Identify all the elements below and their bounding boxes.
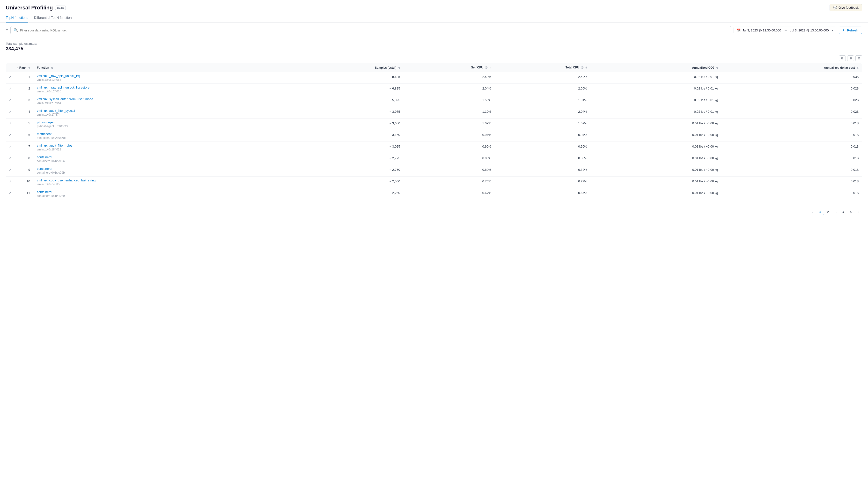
co2-cell: 0.02 lbs / 0.01 kg xyxy=(590,84,721,95)
function-name[interactable]: vmlinux: copy_user_enhanced_fast_string xyxy=(37,178,292,182)
action-cell: ↗ xyxy=(6,165,14,177)
row-action-icon[interactable]: ↗ xyxy=(8,110,11,114)
function-cell: vmlinux: syscall_enter_from_user_mode vm… xyxy=(34,95,296,107)
rank-cell: 6 xyxy=(14,130,34,142)
function-name[interactable]: containerd xyxy=(37,155,292,159)
col-function[interactable]: Function ⇅ xyxy=(34,64,296,72)
cost-cell: 0.02$ xyxy=(721,95,862,107)
page-5-button[interactable]: 5 xyxy=(848,208,854,215)
date-range-picker[interactable]: 📅 Jul 3, 2023 @ 12:30:00.000 → Jul 3, 20… xyxy=(734,27,837,34)
col-rank[interactable]: ↑ Rank ⇅ xyxy=(14,64,34,72)
refresh-button[interactable]: ↻ Refresh xyxy=(839,27,862,34)
rank-cell: 11 xyxy=(14,188,34,200)
page-2-button[interactable]: 2 xyxy=(824,208,831,215)
table-header: ↑ Rank ⇅ Function ⇅ Samples (estd.) ⇅ Se… xyxy=(6,64,862,72)
samples-cell: ~ 2,550 xyxy=(296,177,404,188)
filter-toggle-icon[interactable]: ≡ xyxy=(6,28,8,32)
col-total-cpu[interactable]: Total CPU ⓘ ⇅ xyxy=(495,64,591,72)
function-cell: pf-host-agent pf-host-agent+0x403c2e xyxy=(34,119,296,130)
co2-cell: 0.02 lbs / 0.01 kg xyxy=(590,95,721,107)
feedback-button[interactable]: 💬 Give feedback xyxy=(829,4,862,11)
app-title: Universal Profiling xyxy=(6,5,53,11)
col-self-cpu[interactable]: Self CPU ⓘ ⇅ xyxy=(404,64,495,72)
col-samples[interactable]: Samples (estd.) ⇅ xyxy=(296,64,404,72)
row-action-icon[interactable]: ↗ xyxy=(8,168,11,172)
pagination: ‹ 1 2 3 4 5 › xyxy=(0,205,868,218)
function-address: vmlinux+0x64885d xyxy=(37,182,292,186)
function-name[interactable]: vmlinux: audit_filter_rules xyxy=(37,144,292,147)
function-cell: containerd containerd+0xbbc10a xyxy=(34,153,296,165)
self-cpu-cell: 0.83% xyxy=(404,153,495,165)
cost-sort-icon: ⇅ xyxy=(857,67,859,69)
col-cost[interactable]: Annualized dollar cost ⇅ xyxy=(721,64,862,72)
total-cpu-cell: 0.94% xyxy=(495,130,591,142)
function-address: vmlinux+0x184028 xyxy=(37,148,292,151)
samples-sort-icon: ⇅ xyxy=(398,67,400,69)
row-action-icon[interactable]: ↗ xyxy=(8,156,11,160)
col-co2[interactable]: Annualized CO2 ⇅ xyxy=(590,64,721,72)
samples-cell: ~ 3,975 xyxy=(296,107,404,119)
function-name[interactable]: containerd xyxy=(37,167,292,171)
view-option-2[interactable]: ⊞ xyxy=(847,55,854,61)
samples-cell: ~ 3,025 xyxy=(296,142,404,153)
function-name[interactable]: metricbeat xyxy=(37,132,292,136)
function-cell: containerd containerd+0xb512c9 xyxy=(34,188,296,200)
function-address: pf-host-agent+0x403c2e xyxy=(37,125,292,128)
function-address: vmlinux+0xb24064 xyxy=(37,78,292,81)
samples-cell: ~ 2,750 xyxy=(296,165,404,177)
action-cell: ↗ xyxy=(6,177,14,188)
view-option-3[interactable]: ⊠ xyxy=(856,55,862,61)
table-body: ↗ 1 vmlinux: _raw_spin_unlock_irq vmlinu… xyxy=(6,72,862,200)
co2-sort-icon: ⇅ xyxy=(716,67,718,69)
function-address: metricbeat+0x2b0a68e xyxy=(37,136,292,140)
table-row: ↗ 10 vmlinux: copy_user_enhanced_fast_st… xyxy=(6,177,862,188)
table-row: ↗ 3 vmlinux: syscall_enter_from_user_mod… xyxy=(6,95,862,107)
row-action-icon[interactable]: ↗ xyxy=(8,121,11,125)
self-cpu-cell: 2.04% xyxy=(404,84,495,95)
view-option-1[interactable]: ⊟ xyxy=(839,55,846,61)
function-name[interactable]: vmlinux: audit_filter_syscall xyxy=(37,109,292,113)
total-cpu-cell: 0.67% xyxy=(495,188,591,200)
samples-cell: ~ 8,625 xyxy=(296,72,404,84)
chat-icon: 💬 xyxy=(833,6,837,9)
row-action-icon[interactable]: ↗ xyxy=(8,87,11,91)
page-3-button[interactable]: 3 xyxy=(832,208,839,215)
function-name[interactable]: pf-host-agent xyxy=(37,120,292,124)
tab-topn-functions[interactable]: TopN functions xyxy=(6,13,28,23)
row-action-icon[interactable]: ↗ xyxy=(8,75,11,79)
filter-area[interactable]: 🔍 xyxy=(10,26,731,34)
cost-cell: 0.01$ xyxy=(721,165,862,177)
beta-badge: BETA xyxy=(55,5,66,10)
row-action-icon[interactable]: ↗ xyxy=(8,179,11,183)
row-action-icon[interactable]: ↗ xyxy=(8,145,11,149)
self-cpu-cell: 0.94% xyxy=(404,130,495,142)
row-action-icon[interactable]: ↗ xyxy=(8,98,11,102)
prev-page-button[interactable]: ‹ xyxy=(809,208,816,215)
filter-input[interactable] xyxy=(20,28,728,32)
page-1-button[interactable]: 1 xyxy=(817,208,823,215)
tabs-bar: TopN functions Differential TopN functio… xyxy=(0,13,868,23)
total-cpu-cell: 0.83% xyxy=(495,153,591,165)
function-name[interactable]: vmlinux: _raw_spin_unlock_irqrestore xyxy=(37,85,292,89)
cost-cell: 0.01$ xyxy=(721,142,862,153)
action-cell: ↗ xyxy=(6,84,14,95)
title-area: Universal Profiling BETA xyxy=(6,5,66,11)
search-icon: 🔍 xyxy=(14,28,18,32)
row-action-icon[interactable]: ↗ xyxy=(8,191,11,195)
chevron-down-icon: ▾ xyxy=(832,28,833,32)
rank-cell: 1 xyxy=(14,72,34,84)
total-cpu-cell: 2.59% xyxy=(495,72,591,84)
function-name[interactable]: containerd xyxy=(37,190,292,194)
function-name[interactable]: vmlinux: _raw_spin_unlock_irq xyxy=(37,74,292,78)
row-action-icon[interactable]: ↗ xyxy=(8,133,11,137)
function-cell: metricbeat metricbeat+0x2b0a68e xyxy=(34,130,296,142)
co2-cell: 0.01 lbs / ~0.00 kg xyxy=(590,188,721,200)
next-page-button[interactable]: › xyxy=(856,208,862,215)
function-name[interactable]: vmlinux: syscall_enter_from_user_mode xyxy=(37,97,292,101)
tab-diff-topn-functions[interactable]: Differential TopN functions xyxy=(34,13,74,23)
table-row: ↗ 1 vmlinux: _raw_spin_unlock_irq vmlinu… xyxy=(6,72,862,84)
page-4-button[interactable]: 4 xyxy=(840,208,847,215)
top-bar: Universal Profiling BETA 💬 Give feedback xyxy=(0,0,868,13)
summary-value: 334,475 xyxy=(6,46,862,51)
co2-cell: 0.02 lbs / 0.01 kg xyxy=(590,107,721,119)
